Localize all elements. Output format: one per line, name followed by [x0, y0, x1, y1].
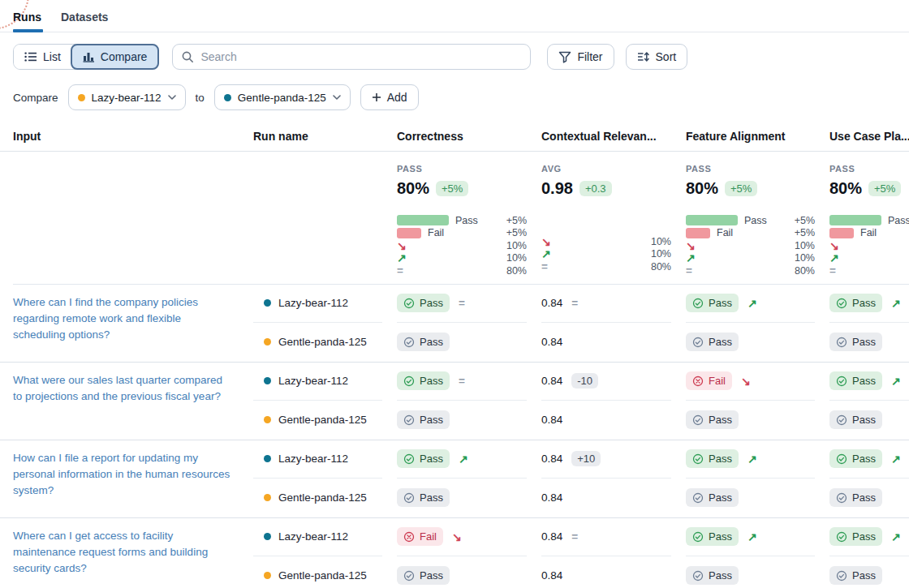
run-dot	[264, 533, 271, 540]
correctness-cell: Pass	[397, 363, 527, 401]
legend-value: +5%	[795, 215, 815, 226]
filter-button[interactable]: Filter	[547, 44, 614, 70]
comparison-row-group: How can I file a report for updating my …	[0, 440, 909, 518]
pass-bar-label: Pass	[888, 215, 909, 226]
input-cell: What were our sales last quarter compare…	[0, 363, 253, 440]
tab-runs[interactable]: Runs	[13, 11, 41, 32]
stat-value: 80%	[397, 179, 429, 198]
legend-usecase: Pass Fail	[829, 214, 909, 284]
pass-bar	[686, 215, 738, 225]
trend-up-icon	[747, 453, 757, 465]
trend-up-icon	[686, 252, 696, 264]
legend-contextual: 10% 10% 80%	[541, 214, 671, 284]
filter-label: Filter	[577, 50, 602, 63]
table-header: Input Run name Correctness Contextual Re…	[0, 125, 909, 152]
question-link[interactable]: Where can I get access to facility maint…	[13, 530, 208, 575]
pass-badge: Pass	[686, 333, 739, 351]
correctness-cell: Pass	[397, 440, 527, 479]
usecase-cell: Pass	[829, 285, 909, 323]
trend-down-icon	[452, 531, 462, 543]
pass-badge: Pass	[397, 410, 450, 429]
usecase-cell: Pass	[829, 401, 909, 440]
stat-value: 80%	[829, 179, 862, 198]
run-dot	[264, 572, 271, 579]
compare-view-button[interactable]: Compare	[71, 44, 160, 70]
feature-cell: Pass	[686, 323, 829, 362]
trend-up-icon	[541, 248, 551, 260]
filter-icon	[558, 51, 571, 63]
usecase-cell: Pass	[829, 323, 909, 362]
add-run-button[interactable]: Add	[360, 84, 419, 110]
list-view-button[interactable]: List	[14, 45, 71, 69]
tab-datasets[interactable]: Datasets	[61, 11, 108, 32]
trend-up-icon	[397, 252, 407, 264]
correctness-cell: Pass	[397, 401, 541, 440]
bar-chart-icon	[83, 51, 95, 62]
score-delta-badge: +10	[571, 451, 601, 466]
legend-feature: Pass+5% Fail+5% 10% 10% 80%	[686, 214, 815, 284]
trend-down-icon	[829, 240, 839, 251]
pass-badge: Pass	[686, 294, 739, 312]
feature-cell: Pass	[686, 401, 829, 440]
correctness-cell: Pass	[397, 285, 527, 323]
question-link[interactable]: Where can I find the company policies re…	[13, 296, 198, 341]
column-header-input: Input	[0, 125, 253, 152]
run-cell: Gentle-panda-125	[253, 323, 397, 362]
pass-bar	[397, 215, 449, 225]
legend-value: 10%	[506, 252, 527, 264]
pass-badge: Pass	[397, 566, 450, 585]
score-value: 0.84	[541, 453, 562, 465]
legend-value: 10%	[506, 240, 527, 251]
run-cell: Lazy-bear-112	[253, 363, 382, 401]
fail-bar-label: Fail	[860, 227, 877, 238]
run-cell: Gentle-panda-125	[253, 556, 397, 588]
compare-label: Compare	[13, 92, 58, 104]
pass-bar	[829, 215, 881, 225]
search-input[interactable]	[200, 50, 522, 63]
run-cell: Lazy-bear-112	[253, 518, 382, 556]
comparison-row-group: What were our sales last quarter compare…	[0, 363, 909, 440]
score-value: 0.84	[541, 491, 562, 504]
score-value: 0.84	[541, 414, 562, 426]
question-link[interactable]: What were our sales last quarter compare…	[13, 374, 222, 402]
legend-value: 10%	[795, 252, 815, 264]
sort-icon	[637, 51, 650, 62]
run-dot	[264, 416, 271, 423]
run-cell: Lazy-bear-112	[253, 440, 382, 479]
run-label: Lazy-bear-112	[278, 297, 348, 309]
run-a-select[interactable]: Lazy-bear-112	[68, 84, 186, 110]
trend-equal-icon	[571, 298, 578, 309]
column-header-correctness: Correctness	[397, 125, 541, 152]
legend-value: 10%	[795, 240, 815, 251]
score-value: 0.84	[541, 375, 562, 387]
trend-down-icon	[686, 240, 696, 251]
contextual-cell: 0.84+10	[541, 440, 671, 479]
sort-button[interactable]: Sort	[626, 44, 688, 70]
pass-bar-label: Pass	[744, 215, 767, 226]
run-b-select[interactable]: Gentle-panda-125	[214, 84, 351, 110]
pass-badge: Pass	[397, 333, 450, 351]
usecase-cell: Pass	[829, 556, 909, 588]
fail-badge: Fail	[686, 371, 732, 390]
fail-bar-label: Fail	[428, 227, 444, 238]
pass-badge: Pass	[397, 449, 450, 468]
to-label: to	[196, 92, 205, 104]
run-dot	[264, 455, 271, 462]
pass-badge: Pass	[829, 410, 882, 429]
usecase-cell: Pass	[829, 518, 909, 556]
input-cell: How can I file a report for updating my …	[0, 440, 253, 517]
run-label: Gentle-panda-125	[278, 336, 367, 348]
summary-row: PASS 80%+5% AVG 0.98+0.3 PASS 80%+5% PAS…	[0, 152, 909, 198]
legend-value: 10%	[651, 236, 671, 247]
question-link[interactable]: How can I file a report for updating my …	[13, 452, 230, 497]
pass-badge: Pass	[686, 449, 739, 468]
trend-up-icon	[891, 298, 901, 309]
legend-value: 80%	[795, 265, 815, 277]
pass-badge: Pass	[829, 294, 882, 312]
search-icon	[181, 50, 194, 63]
feature-cell: Pass	[686, 440, 815, 479]
feature-cell: Fail	[686, 363, 815, 401]
list-view-label: List	[43, 50, 61, 63]
search-box	[172, 44, 531, 70]
usecase-cell: Pass	[829, 479, 909, 517]
